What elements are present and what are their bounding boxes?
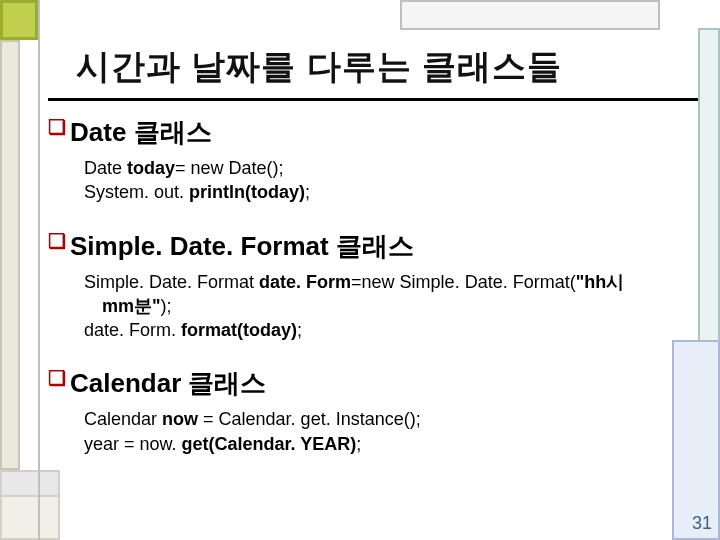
- code-bold: format(today): [181, 320, 297, 340]
- section-heading: ❏Calendar 클래스: [48, 366, 698, 401]
- code-text: Date: [84, 158, 127, 178]
- code-text: ;: [356, 434, 361, 454]
- section: ❏Simple. Date. Format 클래스Simple. Date. F…: [48, 229, 698, 343]
- code-block: Simple. Date. Format date. Form=new Simp…: [48, 270, 698, 343]
- vertical-rule: [38, 0, 40, 540]
- left-decoration-1: [0, 40, 20, 470]
- code-text: Simple. Date. Format: [84, 272, 259, 292]
- top-decoration: [400, 0, 660, 30]
- section-heading: ❏Simple. Date. Format 클래스: [48, 229, 698, 264]
- slide-title: 시간과 날짜를 다루는 클래스들: [48, 38, 698, 101]
- heading-text: Date 클래스: [70, 117, 212, 147]
- code-line: Calendar now = Calendar. get. Instance()…: [84, 407, 698, 431]
- section: ❏Calendar 클래스Calendar now = Calendar. ge…: [48, 366, 698, 456]
- code-bold: today: [127, 158, 175, 178]
- code-text: );: [161, 296, 172, 316]
- code-bold: now: [162, 409, 203, 429]
- code-text: date. Form.: [84, 320, 181, 340]
- code-line: date. Form. format(today);: [84, 318, 698, 342]
- section: ❏Date 클래스Date today= new Date();System. …: [48, 115, 698, 205]
- section-heading: ❏Date 클래스: [48, 115, 698, 150]
- left-decoration-3: [0, 495, 60, 540]
- code-text: System. out.: [84, 182, 189, 202]
- bullet-icon: ❏: [48, 229, 70, 253]
- page-number: 31: [692, 513, 712, 534]
- code-block: Date today= new Date();System. out. prin…: [48, 156, 698, 205]
- slide-content: 시간과 날짜를 다루는 클래스들 ❏Date 클래스Date today= ne…: [48, 38, 698, 480]
- bullet-icon: ❏: [48, 115, 70, 139]
- code-text: = new Date();: [175, 158, 284, 178]
- code-text: year = now.: [84, 434, 182, 454]
- code-text: =new Simple. Date. Format(: [351, 272, 576, 292]
- code-line: year = now. get(Calendar. YEAR);: [84, 432, 698, 456]
- code-bold: date. Form: [259, 272, 351, 292]
- code-line: System. out. println(today);: [84, 180, 698, 204]
- code-bold: mm분": [102, 296, 161, 316]
- heading-text: Simple. Date. Format 클래스: [70, 231, 414, 261]
- code-text: Calendar: [84, 409, 162, 429]
- code-line: mm분");: [84, 294, 698, 318]
- code-block: Calendar now = Calendar. get. Instance()…: [48, 407, 698, 456]
- code-text: ;: [305, 182, 310, 202]
- code-text: = Calendar. get. Instance();: [203, 409, 421, 429]
- corner-decoration: [0, 0, 38, 40]
- code-bold: get(Calendar. YEAR): [182, 434, 357, 454]
- code-line: Date today= new Date();: [84, 156, 698, 180]
- bullet-icon: ❏: [48, 366, 70, 390]
- code-line: Simple. Date. Format date. Form=new Simp…: [84, 270, 698, 294]
- code-text: ;: [297, 320, 302, 340]
- code-bold: println(today): [189, 182, 305, 202]
- code-bold: "hh시: [576, 272, 625, 292]
- heading-text: Calendar 클래스: [70, 368, 267, 398]
